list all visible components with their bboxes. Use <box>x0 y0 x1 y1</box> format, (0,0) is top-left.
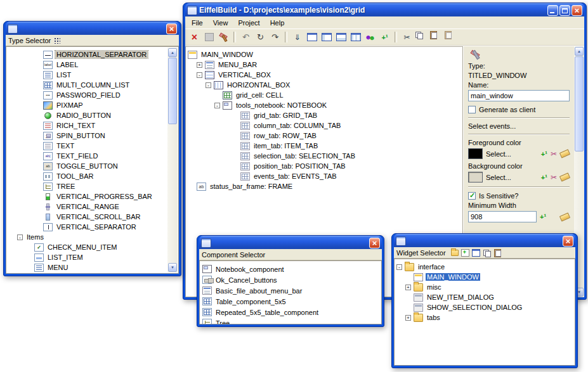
tree-item[interactable]: RICH_TEXT <box>6 120 178 131</box>
scissors-icon[interactable] <box>551 173 557 182</box>
list-item[interactable]: Tree <box>200 317 381 324</box>
scrollbar-thumb[interactable] <box>168 58 177 124</box>
close-button[interactable] <box>563 236 573 247</box>
tree-item[interactable]: MAIN_WINDOW <box>186 49 462 60</box>
tree-item[interactable]: LABEL <box>6 60 178 70</box>
tree-item[interactable]: LIST <box>6 70 178 80</box>
menu-help[interactable]: Help <box>265 18 290 28</box>
tree-item[interactable]: MENU <box>6 262 178 273</box>
save-icon[interactable] <box>202 31 216 44</box>
foreground-select-link[interactable]: Select... <box>486 150 538 158</box>
eraser-icon[interactable] <box>559 172 570 181</box>
close-button[interactable] <box>166 23 177 34</box>
tree-item[interactable]: MAIN_WINDOW <box>395 272 575 282</box>
title-bar[interactable] <box>199 236 382 249</box>
split-window-icon[interactable] <box>320 31 333 44</box>
add-one-icon[interactable] <box>541 150 547 158</box>
cut-icon[interactable] <box>400 31 414 44</box>
tree-item[interactable]: VERTICAL_RANGE <box>6 202 178 212</box>
list-item[interactable]: Notebook_component <box>200 264 381 274</box>
minimum-width-input[interactable] <box>468 211 537 222</box>
tree-item[interactable]: -VERTICAL_BOX <box>186 70 462 80</box>
tree-item[interactable]: TOOL_BAR <box>6 171 178 181</box>
generate-client-checkbox[interactable] <box>468 106 476 113</box>
copy-icon[interactable] <box>483 249 491 257</box>
tree-item[interactable]: TOGGLE_BUTTON <box>6 161 178 171</box>
tree-item[interactable]: PIXMAP <box>6 100 178 110</box>
layout-window-icon[interactable] <box>305 31 318 44</box>
minimize-button[interactable] <box>547 5 558 16</box>
close-button[interactable] <box>369 238 380 248</box>
tree-item[interactable]: row_tab: ROW_TAB <box>186 131 462 141</box>
expand-toggle[interactable]: + <box>405 315 411 321</box>
scroll-down-arrow[interactable]: ▼ <box>168 263 177 272</box>
tree-item[interactable]: status_bar_frame: FRAME <box>186 181 462 191</box>
redo-icon[interactable] <box>254 31 267 44</box>
run-icon[interactable] <box>268 31 282 44</box>
eraser-icon[interactable] <box>559 212 570 221</box>
tree-item[interactable]: -tools_notebook: NOTEBOOK <box>186 100 462 110</box>
tree-item[interactable]: +MENU_BAR <box>186 60 462 70</box>
export-icon[interactable] <box>291 31 304 44</box>
background-color-swatch[interactable] <box>468 172 483 183</box>
add-one-icon[interactable] <box>541 174 547 181</box>
list-item[interactable]: Basic_file_about_menu_bar <box>200 285 381 296</box>
list-item[interactable]: Repeated_5x5_table_component <box>200 307 381 317</box>
paste-icon[interactable] <box>493 249 502 257</box>
tree-item[interactable]: SPIN_BUTTON <box>6 131 178 141</box>
tree-item[interactable]: +misc <box>395 282 575 292</box>
add-one-icon[interactable] <box>540 213 546 221</box>
paste-icon[interactable] <box>429 31 443 44</box>
stacked-window-icon[interactable] <box>334 31 348 44</box>
expand-toggle[interactable]: - <box>214 103 220 108</box>
close-button[interactable] <box>572 5 582 16</box>
tree-item[interactable]: column_tab: COLUMN_TAB <box>186 120 462 131</box>
tree-item[interactable]: TEXT <box>6 141 178 151</box>
tree-item[interactable]: grid_cell: CELL <box>186 90 462 100</box>
expand-toggle[interactable]: - <box>17 234 23 240</box>
paste-alt-icon[interactable] <box>444 31 457 44</box>
tree-item[interactable]: -Items <box>6 232 178 242</box>
tree-item[interactable]: MULTI_COLUMN_LIST <box>6 80 178 90</box>
delete-icon[interactable] <box>188 31 201 44</box>
tree-item[interactable]: position_tab: POSITION_TAB <box>186 161 462 171</box>
tree-item[interactable]: TEXT_FIELD <box>6 151 178 161</box>
select-events-link[interactable]: Select events... <box>468 122 570 130</box>
title-bar[interactable]: EiffelBuild - D:\projects\examples\visio… <box>185 3 584 16</box>
tree-item[interactable]: VERTICAL_SCROLL_BAR <box>6 212 178 222</box>
tree-item[interactable]: NEW_ITEM_DIALOG <box>395 292 575 302</box>
background-select-link[interactable]: Select... <box>486 174 538 181</box>
menu-view[interactable]: View <box>208 18 233 28</box>
name-input[interactable] <box>468 90 570 101</box>
tree-item[interactable]: -HORIZONTAL_BOX <box>186 80 462 90</box>
menu-project[interactable]: Project <box>233 18 265 28</box>
tree-item[interactable]: LIST_ITEM <box>6 252 178 262</box>
list-item[interactable]: Ok_Cancel_buttons <box>200 274 381 285</box>
tree-item[interactable]: PASSWORD_FIELD <box>6 90 178 100</box>
expand-toggle[interactable]: - <box>206 82 211 88</box>
scroll-up-arrow[interactable]: ▲ <box>168 48 177 57</box>
tree-item[interactable]: VERTICAL_PROGRESS_BAR <box>6 191 178 202</box>
tree-item[interactable]: SHOW_SELECTION_DIALOG <box>395 302 575 312</box>
tree-item[interactable]: selection_tab: SELECTION_TAB <box>186 151 462 161</box>
build-icon[interactable] <box>217 31 230 44</box>
eraser-icon[interactable] <box>559 149 570 158</box>
title-bar[interactable] <box>6 22 179 35</box>
list-item[interactable]: Table_component_5x5 <box>200 296 381 307</box>
tree-item[interactable]: HORIZONTAL_SEPARATOR <box>6 49 178 60</box>
new-item-icon[interactable] <box>461 249 469 257</box>
tree-item[interactable]: RADIO_BUTTON <box>6 110 178 120</box>
people-icon[interactable] <box>363 31 377 44</box>
tree-item[interactable]: TREE <box>6 181 178 191</box>
menu-file[interactable]: File <box>186 18 208 28</box>
tree-item[interactable]: +tabs <box>395 312 575 323</box>
title-bar[interactable] <box>394 234 575 247</box>
folder-icon[interactable] <box>451 250 459 256</box>
tree-item[interactable]: CHECK_MENU_ITEM <box>6 242 178 252</box>
expand-toggle[interactable]: - <box>197 72 202 78</box>
foreground-color-swatch[interactable] <box>468 148 483 159</box>
grid-window-icon[interactable] <box>349 31 362 44</box>
tree-item[interactable]: grid_tab: GRID_TAB <box>186 110 462 120</box>
maximize-button[interactable] <box>559 5 570 16</box>
expand-toggle[interactable]: + <box>405 285 411 290</box>
